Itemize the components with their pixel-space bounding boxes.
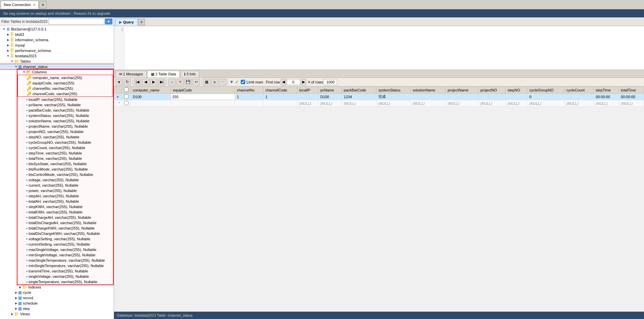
first-row-dec-btn[interactable]: ◀: [281, 79, 286, 85]
tree-col-totalah[interactable]: ▪ totalAH, varchar(255), Nullable: [17, 199, 113, 204]
first-row-input[interactable]: [287, 79, 300, 85]
cell-steptime[interactable]: 00:00:00: [594, 93, 619, 100]
new-cell-cyclecount[interactable]: (NULL): [564, 100, 593, 107]
th-pcname[interactable]: pcName: [318, 87, 341, 93]
new-cell-systemstatus[interactable]: (NULL): [376, 100, 411, 107]
tree-col-voltage[interactable]: ▪ voltage, varchar(255), Nullable: [17, 177, 113, 183]
tree-col-packbarcode[interactable]: ▪ packBarCode, varchar(255), Nullable: [17, 108, 113, 113]
new-cell-channelcode[interactable]: [263, 100, 297, 107]
tree-db-testdata[interactable]: ▼ 🗄 testdata2023: [0, 53, 114, 59]
new-cell-stepno[interactable]: (NULL): [505, 100, 527, 107]
tree-col-cyclecount[interactable]: ▪ cycleCount, varchar(255), Nullable: [17, 145, 113, 150]
cell-systemstatus[interactable]: 完成: [376, 93, 411, 100]
new-cell-solutionname[interactable]: (NULL): [411, 100, 445, 107]
new-cell-projectname[interactable]: (NULL): [445, 100, 478, 107]
tree-tables-node[interactable]: ▼ 📁 Tables: [0, 59, 114, 64]
tree-container[interactable]: ▼ 🖥 BtsServer@127.0.0.1 ▶ 🗄 bts63 ▶ 🗄 i: [0, 26, 114, 319]
toolbar-prev-btn[interactable]: ◀: [142, 79, 149, 85]
tree-col-totaldischargekwh[interactable]: ▪ totalDisChargeKWH, varchar(255), Nulla…: [17, 231, 113, 236]
tree-col-projectno[interactable]: ▪ projectNO, varchar(255), Nullable: [17, 129, 113, 134]
toolbar-next-btn[interactable]: ▶: [150, 79, 157, 85]
th-packbarcode[interactable]: packBarCode: [341, 87, 376, 93]
th-computer-name[interactable]: computer_name: [130, 87, 171, 93]
tree-col-systemstatus[interactable]: ▪ systemStatus, varchar(255), Nullable: [17, 113, 113, 118]
new-cell-steptime[interactable]: (NULL): [594, 100, 619, 107]
tree-db-mysql[interactable]: ▶ 🗄 mysql: [0, 43, 114, 48]
new-cell-packbarcode[interactable]: (NULL): [341, 100, 376, 107]
tree-db-info-schema[interactable]: ▶ 🗄 information_schema: [0, 37, 114, 43]
tree-col-singletemperature[interactable]: ▪ singleTemperature, varchar(255), Nulla…: [17, 279, 113, 284]
th-systemstatus[interactable]: systemStatus: [376, 87, 411, 93]
tree-col-channelcode[interactable]: 🔑 channelCode, varchar(255): [18, 91, 113, 97]
toolbar-last-btn[interactable]: ▶|: [158, 79, 165, 85]
tree-col-maxsingletemp[interactable]: ▪ maxSingleTemperature, varchar(255), Nu…: [17, 258, 113, 263]
tree-col-computer-name[interactable]: 🔑 computer_name, varchar(255): [18, 75, 113, 80]
cell-projectno[interactable]: [478, 93, 505, 100]
tree-col-steptime[interactable]: ▪ stepTime, varchar(255), Nullable: [17, 150, 113, 156]
cell-totaltime[interactable]: 00:00:00: [619, 93, 644, 100]
tree-server[interactable]: ▼ 🖥 BtsServer@127.0.0.1: [0, 26, 114, 32]
tree-col-equiptcode[interactable]: 🔑 equiptCode, varchar(255): [18, 80, 113, 86]
tree-col-pcname[interactable]: ▪ pcName, varchar(255), Nullable: [17, 102, 113, 108]
tree-col-stepkwh[interactable]: ▪ stepKWH, varchar(255), Nullable: [17, 204, 113, 209]
tree-col-totaldischargeah[interactable]: ▪ totalDisChargeAH, varchar(255), Nullab…: [17, 220, 113, 226]
tree-col-btscontrolmode[interactable]: ▪ btsControlMode, varchar(255), Nullable: [17, 172, 113, 177]
new-cell-channelno[interactable]: [235, 100, 263, 107]
row-checkbox-cell[interactable]: [122, 93, 130, 100]
row-checkbox[interactable]: [124, 94, 128, 99]
cell-pcname[interactable]: D100: [318, 93, 341, 100]
tree-col-stepno[interactable]: ▪ stepNO, varchar(255), Nullable: [17, 134, 113, 140]
select-all-checkbox[interactable]: [124, 87, 128, 92]
tree-col-minsinglevoltage[interactable]: ▪ minSingleVoltage, varchar(255), Nullab…: [17, 252, 113, 258]
new-cell-pcname[interactable]: (NULL): [318, 100, 341, 107]
tab-new-connection[interactable]: New Connection ✕: [1, 1, 39, 9]
toolbar-more-btn[interactable]: ⋯: [219, 79, 226, 85]
toolbar-first-btn[interactable]: |◀: [134, 79, 141, 85]
toolbar-refresh-btn[interactable]: ↻: [123, 79, 131, 85]
cell-channelno[interactable]: 1: [235, 93, 263, 100]
toolbar-grid-btn[interactable]: ▦: [203, 79, 210, 85]
new-row-checkbox-cell[interactable]: [122, 100, 130, 107]
tree-col-transmittime[interactable]: ▪ transmitTime, varchar(255), Nullable: [17, 268, 113, 274]
cell-cyclecount[interactable]: [564, 93, 593, 100]
filter-input[interactable]: [49, 18, 104, 24]
cell-stepno[interactable]: [505, 93, 527, 100]
tree-col-maxsinglevoltage[interactable]: ▪ maxSingleVoltage, varchar(255), Nullab…: [17, 247, 113, 252]
tree-col-btsrunmode[interactable]: ▪ btsRunMode, varchar(255), Nullable: [17, 167, 113, 172]
th-cyclegroupno[interactable]: cycleGroupNO: [527, 87, 564, 93]
tree-col-cyclegroupno[interactable]: ▪ cycleGroupNO, varchar(255), Nullable: [17, 140, 113, 145]
tab-table-data[interactable]: ▦ 2 Table Data: [147, 71, 180, 77]
th-localip[interactable]: localIP: [297, 87, 318, 93]
tree-col-singlevoltage[interactable]: ▪ singleVoltage, varchar(255), Nullable: [17, 274, 113, 279]
toolbar-discard-btn[interactable]: ↩: [193, 79, 200, 85]
tree-table-channel-status[interactable]: ▼ ▦ channel_status: [0, 64, 114, 69]
new-cell-equiptcode[interactable]: [171, 100, 234, 107]
first-row-inc-btn[interactable]: ▶: [301, 79, 306, 85]
tree-col-totalchargekwh[interactable]: ▪ totalChargeKWH, varchar(255), Nullable: [17, 226, 113, 231]
tab-add-button[interactable]: +: [39, 1, 47, 8]
th-projectno[interactable]: projectNO: [478, 87, 505, 93]
toolbar-form-btn[interactable]: ≡: [211, 79, 218, 85]
tree-col-localip[interactable]: ▪ localIP, varchar(255), Nullable: [17, 97, 113, 102]
tab-messages[interactable]: ✉ 1 Messages: [115, 71, 147, 77]
tree-db-bts63[interactable]: ▶ 🗄 bts63: [0, 32, 114, 37]
tree-indexes-node[interactable]: ▶ 📁 Indexes: [0, 284, 114, 290]
tree-col-totaltime[interactable]: ▪ totalTime, varchar(255), Nullable: [17, 156, 113, 161]
cell-equiptcode[interactable]: [171, 93, 234, 100]
th-channelno[interactable]: channelNo: [235, 87, 263, 93]
toolbar-filter-btn[interactable]: ▼: [115, 79, 123, 85]
query-tab[interactable]: ▶ Query: [115, 18, 138, 26]
tree-col-power[interactable]: ▪ power, varchar(255), Nullable: [17, 188, 113, 193]
th-solutionname[interactable]: solutionName: [411, 87, 445, 93]
new-cell-localip[interactable]: (NULL): [297, 100, 318, 107]
tree-col-projectname[interactable]: ▪ projectName, varchar(255), Nullable: [17, 124, 113, 129]
new-cell-computer-name[interactable]: [130, 100, 171, 107]
num-rows-input[interactable]: [324, 79, 337, 85]
cell-solutionname[interactable]: [411, 93, 445, 100]
cell-equiptcode-input[interactable]: [171, 94, 234, 100]
cell-projectname[interactable]: [445, 93, 478, 100]
th-cyclecount[interactable]: cycleCount: [564, 87, 593, 93]
toolbar-delete-row-btn[interactable]: ✕: [176, 79, 184, 85]
tree-col-stepah[interactable]: ▪ stepAH, varchar(255), Nullable: [17, 193, 113, 199]
toolbar-add-row-btn[interactable]: +: [168, 79, 176, 85]
